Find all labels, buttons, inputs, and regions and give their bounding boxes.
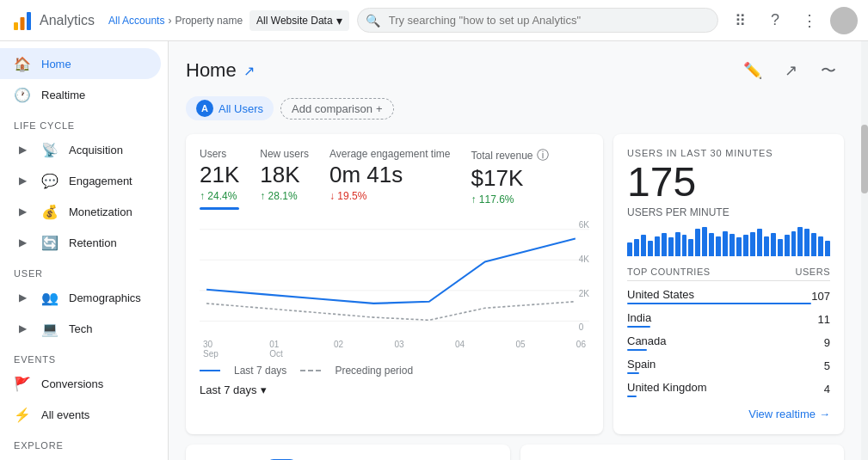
sidebar-item-all-events[interactable]: ⚡ All events [0,399,161,430]
where-card: WHERE DO YOUR NEW USERS COME FROM? New u… [520,445,845,460]
page-actions: ✏️ ↗ 〜 [737,55,844,86]
metrics-row: Users 21K ↑ 24.4% New users 18K ↑ 28.1% [200,148,589,210]
property-dropdown[interactable]: All Website Data ▾ [249,10,348,31]
all-users-badge[interactable]: A All Users [186,96,274,120]
metric-new-users-label: New users [260,148,309,160]
add-comparison-label: Add comparison [292,102,372,115]
mini-bar-item [648,241,653,256]
search-icon: 🔍 [366,14,380,28]
chevron-down-icon: ▾ [261,383,267,396]
expand-icon: ▶ [14,203,31,220]
mini-bars [627,225,830,256]
users-header-label: USERS [796,267,830,277]
engagement-icon: 💬 [41,172,58,189]
sidebar-retention-label: Retention [69,236,117,249]
sidebar-item-acquisition[interactable]: ▶ 📡 Acquisition [0,134,161,165]
country-bar [627,303,811,304]
chart-svg [200,220,589,340]
chart-legend: Last 7 days Preceding period [200,365,589,377]
retention-icon: 🔄 [41,234,58,251]
customize-report-button[interactable]: ✏️ [737,55,768,86]
sidebar-item-home[interactable]: 🏠 Home [0,48,161,79]
stats-row: Users 21K ↑ 24.4% New users 18K ↑ 28.1% [186,134,844,434]
expand-icon: ▶ [14,141,31,158]
metric-engagement-value: 0m 41s [329,162,451,188]
country-row: India 11 [627,308,830,331]
svg-rect-2 [27,12,31,30]
user-section-label: USER [0,258,168,282]
country-row: Spain 5 [627,354,830,377]
chart-date-dropdown[interactable]: Last 7 days ▾ [200,383,589,396]
all-accounts-link[interactable]: All Accounts [108,15,164,27]
add-comparison-icon: + [376,102,383,115]
legend-dashed-line [300,370,321,371]
scrollbar[interactable] [861,41,868,460]
mini-bar-item [764,236,769,256]
mini-bar-item [634,239,639,256]
mini-bar-item [709,233,714,256]
country-row: United States 107 [627,285,830,308]
sidebar: 🏠 Home 🕐 Realtime LIFE CYCLE ▶ 📡 Acquisi… [0,41,169,460]
view-realtime-link[interactable]: View realtime → [627,408,830,420]
avatar[interactable] [830,7,858,34]
country-name-wrap: United Kingdom [627,381,824,397]
external-link-icon[interactable]: ↗ [243,63,255,79]
realtime-card: USERS IN LAST 30 MINUTES 175 USERS PER M… [613,134,844,434]
sidebar-item-realtime[interactable]: 🕐 Realtime [0,79,161,110]
tech-icon: 💻 [41,320,58,337]
logo-area: Analytics [10,9,95,33]
metric-revenue-label: Total revenue ⓘ [471,148,549,163]
mini-bar-item [785,235,790,256]
metric-new-users-change: ↑ 28.1% [260,190,309,202]
sidebar-item-retention[interactable]: ▶ 🔄 Retention [0,227,161,258]
mini-bar-item [641,235,646,256]
insights-card: 〜 Insights 16+ [186,445,510,460]
more-options-button[interactable]: ⋮ [796,7,823,34]
metric-new-users: New users 18K ↑ 28.1% [260,148,309,210]
legend-preceding-label: Preceding period [335,365,413,377]
metric-new-users-value: 18K [260,162,309,188]
sidebar-item-conversions[interactable]: 🚩 Conversions [0,368,161,399]
chevron-down-icon: ▾ [336,14,342,28]
chart-y-labels: 6K 4K 2K 0 [579,220,589,332]
comparison-bar: A All Users Add comparison + [186,96,844,120]
info-icon[interactable]: ⓘ [537,148,549,163]
realtime-section-label: USERS IN LAST 30 MINUTES [627,148,830,158]
legend-last7-label: Last 7 days [234,365,286,377]
bottom-row: 〜 Insights 16+ WHERE DO YOUR NEW USERS C… [186,445,844,460]
country-name: India [627,311,651,324]
all-events-icon: ⚡ [14,406,31,423]
expand-icon: ▶ [14,320,31,337]
search-input[interactable] [357,8,718,33]
scrollbar-thumb[interactable] [861,125,868,193]
expand-icon: ▶ [14,289,31,306]
country-name: Canada [627,334,667,347]
sidebar-item-engagement[interactable]: ▶ 💬 Engagement [0,165,161,196]
country-bar [627,349,647,351]
mini-bar-item [804,229,810,256]
country-users: 5 [824,359,830,372]
arrow-right-icon: → [819,408,830,420]
property-name: All Website Data [256,15,332,27]
mini-bar-item [797,227,803,256]
help-icon-button[interactable]: ? [761,7,789,34]
country-users: 4 [824,383,830,396]
mini-bar-item [668,237,674,256]
mini-bar-item [818,236,823,256]
sidebar-acquisition-label: Acquisition [69,144,123,156]
apps-icon-button[interactable]: ⠿ [727,7,754,34]
logo-icon [10,9,34,33]
main-content: Home ↗ ✏️ ↗ 〜 A All Users Add comparison… [169,41,861,460]
sidebar-item-tech[interactable]: ▶ 💻 Tech [0,313,161,344]
mini-bar-item [811,233,816,256]
insights-button[interactable]: 〜 [813,55,844,86]
add-comparison-button[interactable]: Add comparison + [280,98,394,120]
sidebar-item-monetization[interactable]: ▶ 💰 Monetization [0,196,161,227]
sidebar-item-analysis[interactable]: ▶ 📊 Analysis [0,454,161,460]
mini-bar-item [778,239,783,256]
country-name: Spain [627,358,656,371]
date-range-label: Last 7 days [200,383,257,396]
acquisition-icon: 📡 [41,141,58,158]
share-button[interactable]: ↗ [775,55,806,86]
sidebar-item-demographics[interactable]: ▶ 👥 Demographics [0,282,161,313]
